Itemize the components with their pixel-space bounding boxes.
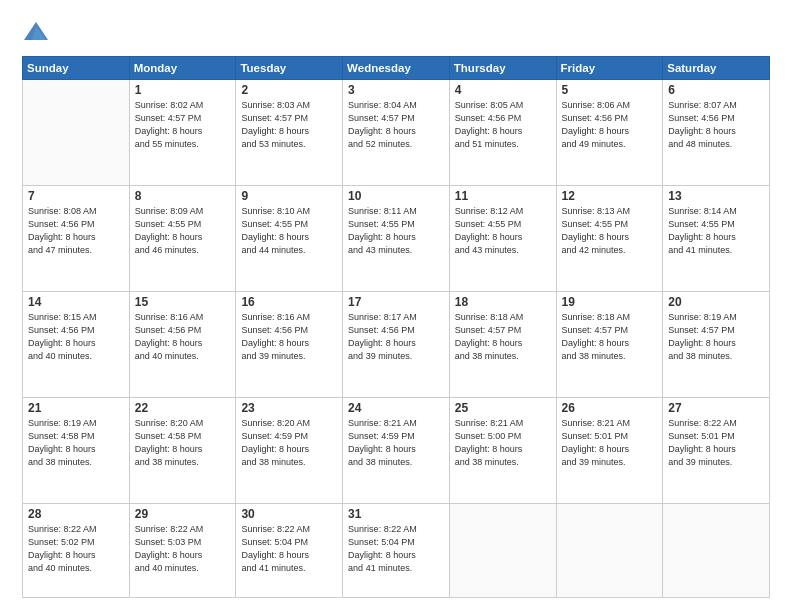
day-cell: 21Sunrise: 8:19 AM Sunset: 4:58 PM Dayli…	[23, 398, 130, 504]
day-number: 12	[562, 189, 658, 203]
day-cell	[556, 504, 663, 598]
column-header-thursday: Thursday	[449, 57, 556, 80]
day-number: 5	[562, 83, 658, 97]
logo-icon	[22, 18, 50, 46]
day-number: 25	[455, 401, 551, 415]
day-number: 13	[668, 189, 764, 203]
day-number: 4	[455, 83, 551, 97]
day-info: Sunrise: 8:15 AM Sunset: 4:56 PM Dayligh…	[28, 311, 124, 363]
day-cell: 22Sunrise: 8:20 AM Sunset: 4:58 PM Dayli…	[129, 398, 236, 504]
day-info: Sunrise: 8:19 AM Sunset: 4:58 PM Dayligh…	[28, 417, 124, 469]
day-info: Sunrise: 8:20 AM Sunset: 4:58 PM Dayligh…	[135, 417, 231, 469]
day-cell: 25Sunrise: 8:21 AM Sunset: 5:00 PM Dayli…	[449, 398, 556, 504]
day-info: Sunrise: 8:08 AM Sunset: 4:56 PM Dayligh…	[28, 205, 124, 257]
day-info: Sunrise: 8:05 AM Sunset: 4:56 PM Dayligh…	[455, 99, 551, 151]
day-cell: 3Sunrise: 8:04 AM Sunset: 4:57 PM Daylig…	[343, 80, 450, 186]
day-number: 27	[668, 401, 764, 415]
day-cell: 6Sunrise: 8:07 AM Sunset: 4:56 PM Daylig…	[663, 80, 770, 186]
day-info: Sunrise: 8:10 AM Sunset: 4:55 PM Dayligh…	[241, 205, 337, 257]
week-row-3: 14Sunrise: 8:15 AM Sunset: 4:56 PM Dayli…	[23, 292, 770, 398]
header	[22, 18, 770, 46]
day-info: Sunrise: 8:16 AM Sunset: 4:56 PM Dayligh…	[241, 311, 337, 363]
day-number: 15	[135, 295, 231, 309]
day-cell: 4Sunrise: 8:05 AM Sunset: 4:56 PM Daylig…	[449, 80, 556, 186]
day-number: 19	[562, 295, 658, 309]
day-cell: 14Sunrise: 8:15 AM Sunset: 4:56 PM Dayli…	[23, 292, 130, 398]
day-number: 22	[135, 401, 231, 415]
day-info: Sunrise: 8:21 AM Sunset: 5:00 PM Dayligh…	[455, 417, 551, 469]
week-row-1: 1Sunrise: 8:02 AM Sunset: 4:57 PM Daylig…	[23, 80, 770, 186]
day-info: Sunrise: 8:22 AM Sunset: 5:01 PM Dayligh…	[668, 417, 764, 469]
day-info: Sunrise: 8:22 AM Sunset: 5:03 PM Dayligh…	[135, 523, 231, 575]
week-row-5: 28Sunrise: 8:22 AM Sunset: 5:02 PM Dayli…	[23, 504, 770, 598]
day-number: 21	[28, 401, 124, 415]
day-info: Sunrise: 8:02 AM Sunset: 4:57 PM Dayligh…	[135, 99, 231, 151]
day-number: 3	[348, 83, 444, 97]
day-number: 11	[455, 189, 551, 203]
day-cell: 18Sunrise: 8:18 AM Sunset: 4:57 PM Dayli…	[449, 292, 556, 398]
day-cell: 20Sunrise: 8:19 AM Sunset: 4:57 PM Dayli…	[663, 292, 770, 398]
column-header-sunday: Sunday	[23, 57, 130, 80]
day-number: 23	[241, 401, 337, 415]
day-number: 30	[241, 507, 337, 521]
column-header-saturday: Saturday	[663, 57, 770, 80]
day-number: 18	[455, 295, 551, 309]
day-info: Sunrise: 8:14 AM Sunset: 4:55 PM Dayligh…	[668, 205, 764, 257]
day-cell: 19Sunrise: 8:18 AM Sunset: 4:57 PM Dayli…	[556, 292, 663, 398]
day-cell: 24Sunrise: 8:21 AM Sunset: 4:59 PM Dayli…	[343, 398, 450, 504]
day-info: Sunrise: 8:17 AM Sunset: 4:56 PM Dayligh…	[348, 311, 444, 363]
day-cell: 7Sunrise: 8:08 AM Sunset: 4:56 PM Daylig…	[23, 186, 130, 292]
day-cell: 11Sunrise: 8:12 AM Sunset: 4:55 PM Dayli…	[449, 186, 556, 292]
day-cell: 10Sunrise: 8:11 AM Sunset: 4:55 PM Dayli…	[343, 186, 450, 292]
day-number: 26	[562, 401, 658, 415]
day-number: 8	[135, 189, 231, 203]
day-info: Sunrise: 8:22 AM Sunset: 5:04 PM Dayligh…	[241, 523, 337, 575]
day-cell: 15Sunrise: 8:16 AM Sunset: 4:56 PM Dayli…	[129, 292, 236, 398]
week-row-4: 21Sunrise: 8:19 AM Sunset: 4:58 PM Dayli…	[23, 398, 770, 504]
day-cell: 17Sunrise: 8:17 AM Sunset: 4:56 PM Dayli…	[343, 292, 450, 398]
day-info: Sunrise: 8:06 AM Sunset: 4:56 PM Dayligh…	[562, 99, 658, 151]
calendar-table: SundayMondayTuesdayWednesdayThursdayFrid…	[22, 56, 770, 598]
day-cell: 9Sunrise: 8:10 AM Sunset: 4:55 PM Daylig…	[236, 186, 343, 292]
day-info: Sunrise: 8:18 AM Sunset: 4:57 PM Dayligh…	[455, 311, 551, 363]
day-info: Sunrise: 8:16 AM Sunset: 4:56 PM Dayligh…	[135, 311, 231, 363]
day-cell: 26Sunrise: 8:21 AM Sunset: 5:01 PM Dayli…	[556, 398, 663, 504]
day-cell: 31Sunrise: 8:22 AM Sunset: 5:04 PM Dayli…	[343, 504, 450, 598]
day-info: Sunrise: 8:20 AM Sunset: 4:59 PM Dayligh…	[241, 417, 337, 469]
day-info: Sunrise: 8:22 AM Sunset: 5:04 PM Dayligh…	[348, 523, 444, 575]
day-info: Sunrise: 8:03 AM Sunset: 4:57 PM Dayligh…	[241, 99, 337, 151]
day-cell: 28Sunrise: 8:22 AM Sunset: 5:02 PM Dayli…	[23, 504, 130, 598]
day-info: Sunrise: 8:21 AM Sunset: 5:01 PM Dayligh…	[562, 417, 658, 469]
column-header-wednesday: Wednesday	[343, 57, 450, 80]
day-info: Sunrise: 8:12 AM Sunset: 4:55 PM Dayligh…	[455, 205, 551, 257]
day-cell: 13Sunrise: 8:14 AM Sunset: 4:55 PM Dayli…	[663, 186, 770, 292]
day-number: 2	[241, 83, 337, 97]
day-number: 9	[241, 189, 337, 203]
day-cell	[449, 504, 556, 598]
day-cell: 2Sunrise: 8:03 AM Sunset: 4:57 PM Daylig…	[236, 80, 343, 186]
day-number: 16	[241, 295, 337, 309]
day-cell: 5Sunrise: 8:06 AM Sunset: 4:56 PM Daylig…	[556, 80, 663, 186]
day-number: 1	[135, 83, 231, 97]
day-cell: 12Sunrise: 8:13 AM Sunset: 4:55 PM Dayli…	[556, 186, 663, 292]
day-cell: 16Sunrise: 8:16 AM Sunset: 4:56 PM Dayli…	[236, 292, 343, 398]
day-info: Sunrise: 8:19 AM Sunset: 4:57 PM Dayligh…	[668, 311, 764, 363]
day-info: Sunrise: 8:04 AM Sunset: 4:57 PM Dayligh…	[348, 99, 444, 151]
day-cell: 27Sunrise: 8:22 AM Sunset: 5:01 PM Dayli…	[663, 398, 770, 504]
day-info: Sunrise: 8:11 AM Sunset: 4:55 PM Dayligh…	[348, 205, 444, 257]
day-number: 7	[28, 189, 124, 203]
column-header-tuesday: Tuesday	[236, 57, 343, 80]
day-info: Sunrise: 8:13 AM Sunset: 4:55 PM Dayligh…	[562, 205, 658, 257]
day-cell: 30Sunrise: 8:22 AM Sunset: 5:04 PM Dayli…	[236, 504, 343, 598]
day-info: Sunrise: 8:18 AM Sunset: 4:57 PM Dayligh…	[562, 311, 658, 363]
day-cell: 8Sunrise: 8:09 AM Sunset: 4:55 PM Daylig…	[129, 186, 236, 292]
day-number: 24	[348, 401, 444, 415]
day-number: 10	[348, 189, 444, 203]
day-cell	[663, 504, 770, 598]
day-cell: 29Sunrise: 8:22 AM Sunset: 5:03 PM Dayli…	[129, 504, 236, 598]
day-cell	[23, 80, 130, 186]
page: SundayMondayTuesdayWednesdayThursdayFrid…	[0, 0, 792, 612]
day-info: Sunrise: 8:21 AM Sunset: 4:59 PM Dayligh…	[348, 417, 444, 469]
day-info: Sunrise: 8:07 AM Sunset: 4:56 PM Dayligh…	[668, 99, 764, 151]
day-number: 29	[135, 507, 231, 521]
